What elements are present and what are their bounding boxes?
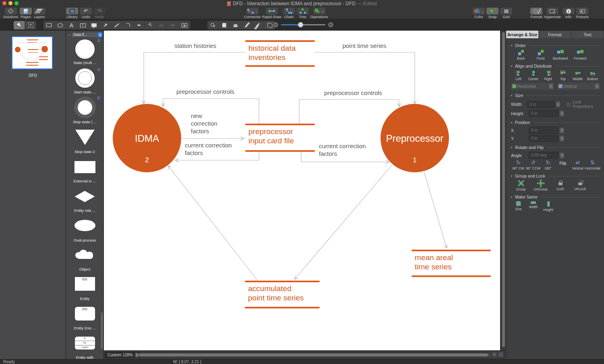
label-station-histories[interactable]: station histories xyxy=(157,42,234,50)
operations-button[interactable]: ⌄ Operations xyxy=(310,8,328,19)
tree-button[interactable]: Tree xyxy=(297,8,309,19)
library-shape-entity-rounded[interactable]: Entity xyxy=(66,307,103,321)
label-preprocessor-controls-left[interactable]: preprocessor controls xyxy=(167,88,244,95)
flip-vertical-button[interactable]: ⇄ Vertical xyxy=(570,160,585,170)
distribute-horizontal-select[interactable]: Horizontal xyxy=(511,83,554,90)
flow-accumulated[interactable] xyxy=(295,165,392,279)
position-y-input[interactable]: 0 in xyxy=(529,135,558,142)
snap-button[interactable]: Snap xyxy=(486,8,499,19)
page-thumbnail-dfd[interactable] xyxy=(12,36,53,69)
text-block-tool[interactable]: T xyxy=(77,21,89,29)
width-stepper[interactable] xyxy=(556,101,560,107)
vertical-scrollbar[interactable] xyxy=(501,31,506,350)
text-select-tool[interactable]: T xyxy=(25,21,36,29)
label-current-correction-factors-right[interactable]: current correction factors xyxy=(319,142,366,157)
make-same-height-button[interactable]: Height xyxy=(541,201,556,212)
library-select-stepper[interactable] xyxy=(98,32,102,37)
grid-button[interactable]: Grid xyxy=(500,8,512,19)
tab-text[interactable]: Text xyxy=(571,31,604,38)
library-next-button[interactable]: › xyxy=(69,33,71,37)
order-forward-button[interactable]: Forward xyxy=(570,50,590,60)
align-center-button[interactable]: Center xyxy=(526,70,541,81)
library-shape-start-state[interactable] xyxy=(66,68,103,88)
flow-station-histories[interactable] xyxy=(144,52,245,103)
hypernote-button[interactable]: ∞ Hypernote xyxy=(544,8,561,19)
store-accumulated-point-time-series[interactable]: accumulated point time series xyxy=(245,281,320,308)
align-middle-button[interactable]: Middle xyxy=(570,70,585,81)
rectangle-tool[interactable] xyxy=(43,21,55,29)
tab-format[interactable]: Format xyxy=(539,31,571,38)
table-tool[interactable]: ▦ xyxy=(179,21,190,29)
store-preprocessor-input-card-file[interactable]: preprocessor input card file xyxy=(245,124,315,152)
layers-button[interactable]: Layers xyxy=(33,8,46,19)
library-shape-entity[interactable]: Entity xyxy=(66,277,103,291)
library-button[interactable]: Library xyxy=(66,8,78,19)
flip-horizontal-button[interactable]: ⇅ Horizontal xyxy=(585,160,600,170)
library-shape-entity-relation[interactable] xyxy=(66,191,103,202)
undo-button[interactable]: ↶ Undo xyxy=(80,8,92,19)
callout-tool[interactable] xyxy=(89,21,100,29)
pan-view-button[interactable]: ✛ xyxy=(492,352,497,357)
color-button[interactable]: ⌄ Color xyxy=(473,8,485,19)
height-input[interactable]: 0 in xyxy=(529,110,558,117)
group-button[interactable]: Group xyxy=(511,180,531,191)
fit-page-button[interactable]: ❑ xyxy=(498,352,503,357)
rotate-180-button[interactable]: ↻ 180° xyxy=(541,160,556,170)
position-y-stepper[interactable] xyxy=(560,136,564,141)
solutions-button[interactable]: Solutions xyxy=(3,8,18,19)
line-tool[interactable] xyxy=(111,21,122,29)
label-point-time-series[interactable]: point time series xyxy=(326,42,403,50)
align-left-button[interactable]: Left xyxy=(511,70,526,81)
info-button[interactable]: i Info xyxy=(563,8,575,19)
store-historical-data-inventories[interactable]: historical data inventories xyxy=(245,40,315,67)
arc-tool[interactable] xyxy=(122,21,134,29)
distribute-vertical-stepper[interactable] xyxy=(595,83,599,89)
order-backward-button[interactable]: Backward xyxy=(550,50,570,60)
zoom-tool[interactable] xyxy=(207,21,219,29)
eyedropper-tool[interactable] xyxy=(241,21,252,29)
store-mean-areal-time-series[interactable]: mean areal time series xyxy=(412,250,491,277)
process-preprocessor[interactable]: Preprocessor 1 xyxy=(381,104,449,172)
flow-preprocessor-controls-right[interactable] xyxy=(299,99,399,124)
align-right-button[interactable]: Right xyxy=(541,70,556,81)
present-button[interactable]: ▶ Present xyxy=(576,8,589,19)
vertical-scrollbar-thumb[interactable] xyxy=(502,32,505,347)
order-back-button[interactable]: Back xyxy=(511,50,531,60)
label-current-correction-factors-left[interactable]: current correction factors xyxy=(185,141,232,157)
horizontal-scrollbar[interactable] xyxy=(138,353,490,357)
align-bottom-button[interactable]: Bottom xyxy=(585,70,600,81)
rotate-90ccw-button[interactable]: ↺ 90° CCW xyxy=(526,160,541,170)
rotate-90cw-button[interactable]: ↻ 90° CW xyxy=(511,160,526,170)
lock-button[interactable]: Lock xyxy=(550,180,570,191)
distribute-vertical-select[interactable]: Vertical xyxy=(557,83,600,90)
library-shape-object[interactable] xyxy=(66,249,103,259)
flow-mean-areal[interactable] xyxy=(424,172,447,248)
zoom-slider-knob[interactable] xyxy=(298,22,303,27)
zoom-level-select[interactable]: Custom 128% xyxy=(105,352,141,358)
chain-button[interactable]: Chain xyxy=(283,8,295,19)
zoom-slider[interactable] xyxy=(281,24,325,25)
library-scrollbar[interactable] xyxy=(101,312,103,349)
edit-anchor-tool[interactable] xyxy=(145,21,156,29)
flow-accumulated-to-idma[interactable] xyxy=(168,166,257,280)
brush-tool[interactable] xyxy=(252,21,264,29)
label-new-correction-factors[interactable]: new correction factors xyxy=(191,112,217,135)
format-button[interactable]: Format xyxy=(530,8,542,19)
library-shape-external[interactable] xyxy=(66,161,103,173)
library-shape-stop-state-2[interactable] xyxy=(66,130,103,145)
zoom-in-button[interactable]: + xyxy=(328,22,333,27)
connector-tool-button[interactable]: ⌄ Connector xyxy=(244,8,261,19)
angle-stepper[interactable] xyxy=(560,153,564,158)
order-front-button[interactable]: Front xyxy=(531,50,550,60)
tab-arrange-size[interactable]: Arrange & Size xyxy=(506,31,539,38)
position-x-stepper[interactable] xyxy=(560,128,564,133)
pan-tool[interactable] xyxy=(219,21,230,29)
redo-button[interactable]: ↷ Redo xyxy=(93,8,105,19)
split-tool[interactable]: ✂ xyxy=(168,21,179,29)
unlock-button[interactable]: UnLock xyxy=(570,180,590,191)
make-same-size-button[interactable]: Size xyxy=(511,201,526,212)
distribute-horizontal-stepper[interactable] xyxy=(549,83,553,89)
make-same-width-button[interactable]: Width xyxy=(526,201,541,212)
arrow-tool[interactable]: ↗ xyxy=(100,21,111,29)
pages-button[interactable]: Pages xyxy=(20,8,32,19)
